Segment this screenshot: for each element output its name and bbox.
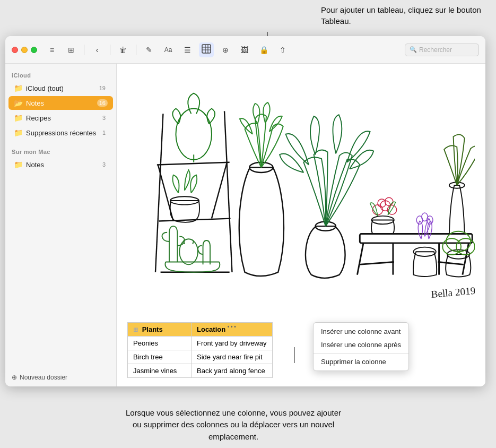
search-box[interactable]: 🔍 Rechercher	[405, 44, 479, 56]
sidebar-item-notes[interactable]: 📂 Notes 16	[8, 96, 113, 110]
annotation-line-bottom	[294, 347, 295, 363]
mac-section-label: Sur mon Mac	[5, 144, 116, 157]
folder-icon-deleted: 📁	[14, 128, 23, 137]
new-folder-label: Nouveau dossier	[20, 374, 67, 381]
lock-button[interactable]: 🔒	[256, 42, 271, 57]
svg-point-15	[179, 239, 198, 264]
image-icon: 🖼	[241, 46, 248, 54]
font-icon: Aa	[164, 46, 172, 54]
svg-rect-21	[360, 234, 472, 243]
titlebar: ≡ ⊞ ‹ 🗑 ✎ Aa ☰	[5, 36, 485, 64]
mac-notes-badge: 3	[100, 161, 108, 168]
grid-icon: ⊞	[68, 46, 74, 54]
grid-view-button[interactable]: ⊞	[64, 42, 79, 57]
note-area: Bella 2019 ⊞ Plants • • • L	[117, 64, 485, 386]
content-area: iCloud 📁 iCloud (tout) 19 📂 Notes 16 📁 R…	[5, 64, 485, 386]
svg-point-30	[372, 205, 382, 215]
deleted-label: Suppressions récentes	[26, 129, 97, 137]
recipes-label: Recipes	[26, 114, 97, 122]
context-menu: Insérer une colonne avant Insérer une co…	[313, 322, 409, 371]
table-icon	[202, 44, 211, 55]
svg-line-17	[193, 240, 194, 244]
folder-icon-mac-notes: 📁	[14, 160, 23, 169]
folder-icon-notes: 📂	[14, 99, 23, 107]
sidebar-item-deleted[interactable]: 📁 Suppressions récentes 1	[8, 126, 113, 140]
row-handle: ⊞	[133, 326, 138, 333]
table-row: Birch tree Side yard near fire pit	[128, 350, 273, 364]
list-icon: ≡	[50, 46, 54, 54]
list-view-button[interactable]: ≡	[45, 42, 59, 57]
minimize-button[interactable]	[21, 47, 28, 53]
svg-point-12	[176, 109, 212, 160]
trash-icon: 🗑	[119, 46, 127, 54]
search-placeholder: Rechercher	[419, 46, 452, 54]
sketch-area: Bella 2019	[117, 64, 485, 317]
svg-point-41	[442, 238, 461, 255]
table-col-location[interactable]: • • • Location	[192, 323, 273, 337]
context-menu-divider	[314, 353, 408, 354]
traffic-lights	[12, 47, 37, 53]
close-button[interactable]	[12, 47, 18, 53]
plant-sketch: Bella 2019	[127, 69, 475, 317]
svg-line-11	[212, 162, 227, 219]
svg-rect-0	[202, 45, 211, 53]
checklist-button[interactable]: ☰	[180, 42, 195, 57]
cell-location-2[interactable]: Side yard near fire pit	[192, 350, 273, 364]
table-button[interactable]	[199, 42, 214, 57]
cell-location-3[interactable]: Back yard along fence	[192, 364, 273, 378]
toolbar-divider-2	[110, 45, 110, 55]
table-row: Jasmine vines Back yard along fence	[128, 364, 273, 378]
share-button[interactable]: ⇧	[275, 42, 290, 57]
toolbar-divider-1	[84, 45, 84, 55]
context-menu-item-insert-before[interactable]: Insérer une colonne avant	[314, 325, 408, 338]
cell-location-1[interactable]: Front yard by driveway	[192, 337, 273, 350]
context-menu-item-delete-col[interactable]: Supprimer la colonne	[314, 355, 408, 368]
image-button[interactable]: 🖼	[237, 42, 252, 57]
icloud-all-label: iCloud (tout)	[26, 84, 94, 92]
table-section: ⊞ Plants • • • Location Peonies	[117, 317, 485, 386]
sidebar-item-recipes[interactable]: 📁 Recipes 3	[8, 111, 113, 125]
folder-icon: 📁	[14, 84, 23, 92]
recipes-badge: 3	[100, 114, 108, 122]
sidebar-item-mac-notes[interactable]: 📁 Notes 3	[8, 158, 113, 171]
notes-label: Notes	[26, 99, 94, 107]
back-button[interactable]: ‹	[90, 42, 105, 57]
folder-icon-recipes: 📁	[14, 114, 23, 122]
checklist-icon: ☰	[184, 46, 191, 54]
compose-icon: ✎	[146, 46, 152, 54]
annotation-top: Pour ajouter un tableau, cliquez sur le …	[321, 4, 485, 27]
cell-plant-1[interactable]: Peonies	[128, 337, 192, 350]
table-col-plants[interactable]: ⊞ Plants	[128, 323, 192, 337]
context-menu-item-insert-after[interactable]: Insérer une colonne après	[314, 338, 408, 351]
sidebar-item-icloud-all[interactable]: 📁 iCloud (tout) 19	[8, 81, 113, 95]
svg-line-10	[158, 165, 173, 221]
table-body: Peonies Front yard by driveway Birch tre…	[128, 337, 273, 378]
link-icon: ⊕	[222, 46, 229, 54]
new-folder-button[interactable]: ⊕ Nouveau dossier	[5, 368, 116, 386]
compose-button[interactable]: ✎	[142, 42, 156, 57]
share-icon: ⇧	[280, 46, 286, 54]
svg-line-27	[438, 262, 464, 265]
svg-point-33	[378, 199, 386, 207]
delete-button[interactable]: 🗑	[116, 42, 130, 57]
main-window: ≡ ⊞ ‹ 🗑 ✎ Aa ☰	[5, 36, 485, 386]
cell-plant-2[interactable]: Birch tree	[128, 350, 192, 364]
link-button[interactable]: ⊕	[218, 42, 233, 57]
svg-line-7	[157, 162, 230, 165]
svg-line-22	[357, 243, 363, 275]
plants-table: ⊞ Plants • • • Location Peonies	[127, 322, 273, 378]
notes-badge: 16	[97, 99, 108, 107]
cell-plant-3[interactable]: Jasmine vines	[128, 364, 192, 378]
table-row: Peonies Front yard by driveway	[128, 337, 273, 350]
fullscreen-button[interactable]	[31, 47, 37, 53]
lock-icon: 🔒	[259, 46, 268, 54]
chevron-left-icon: ‹	[96, 46, 99, 54]
font-button[interactable]: Aa	[161, 42, 176, 57]
plus-icon: ⊕	[12, 374, 17, 381]
svg-line-5	[155, 114, 163, 272]
svg-line-26	[359, 262, 394, 265]
col-handle: • • •	[228, 324, 236, 330]
toolbar-divider-3	[136, 45, 136, 55]
search-icon: 🔍	[410, 46, 417, 53]
mac-notes-label: Notes	[26, 161, 97, 169]
